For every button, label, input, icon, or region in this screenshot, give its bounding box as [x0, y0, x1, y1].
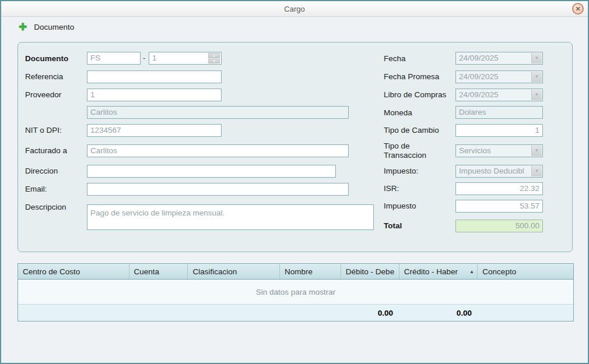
moneda-field: Dolares [455, 106, 543, 119]
impuesto-label: Impuesto [384, 202, 416, 211]
documento-separator: - [143, 54, 146, 62]
email-label: Email: [25, 185, 47, 194]
add-document-icon[interactable]: ✚ [19, 21, 27, 33]
dialog-title: Cargo [284, 5, 304, 13]
close-button[interactable]: ✕ [572, 3, 584, 15]
chevron-down-icon[interactable]: ▼ [531, 53, 542, 63]
fecha-promesa-label: Fecha Promesa [384, 72, 439, 82]
titlebar: Cargo ✕ [1, 1, 588, 17]
document-form-panel: Documento FS - 1 ▲ ▼ Referencia Proveedo… [17, 42, 573, 252]
tipo-transaccion-combobox[interactable]: Servicios ▼ [455, 144, 543, 157]
grid-header-row: Centro de Costo Cuenta Clasificacion Nom… [18, 264, 573, 280]
impuesto-field[interactable]: 53.57 [455, 200, 543, 213]
grid-empty-message: Sin datos para mostrar [18, 280, 573, 305]
spinner-down-icon[interactable]: ▼ [208, 59, 220, 64]
chevron-down-icon[interactable]: ▼ [531, 72, 542, 82]
sort-ascending-icon: ▲ [469, 269, 474, 274]
libro-compras-label: Libro de Compras [384, 90, 446, 100]
descripcion-field[interactable]: Pago de servicio de limpieza mensual. [87, 204, 374, 230]
referencia-field[interactable] [87, 70, 222, 83]
moneda-label: Moneda [384, 108, 412, 118]
close-icon: ✕ [575, 6, 580, 12]
chevron-down-icon[interactable]: ▼ [531, 146, 542, 156]
tipo-cambio-label: Tipo de Cambio [384, 126, 439, 135]
referencia-label: Referencia [25, 72, 63, 82]
descripcion-label: Descripcion [25, 203, 66, 212]
isr-label: ISR: [384, 184, 399, 193]
fecha-label: Fecha [384, 54, 406, 63]
column-header-concepto[interactable]: Concepto [478, 264, 573, 279]
column-header-nombre[interactable]: Nombre [280, 264, 341, 279]
tipo-transaccion-label: Tipo de Transaccion [384, 142, 436, 160]
fecha-promesa-combobox[interactable]: 24/09/2025 ▼ [455, 70, 543, 83]
column-header-clasificacion[interactable]: Clasificacion [188, 264, 280, 279]
credito-total: 0.00 [400, 309, 479, 317]
documento-number-spinner: ▲ ▼ [208, 53, 220, 63]
documento-prefix-field[interactable]: FS [87, 52, 141, 65]
direccion-field[interactable] [87, 165, 336, 178]
facturado-label: Facturado a [25, 146, 67, 156]
chevron-down-icon[interactable]: ▼ [531, 90, 542, 100]
cargo-dialog: Cargo ✕ ✚ Documento Documento FS - 1 ▲ ▼… [0, 0, 589, 364]
document-toolbar: ✚ Documento [1, 17, 588, 37]
libro-compras-combobox[interactable]: 24/09/2025 ▼ [455, 89, 543, 101]
tipo-cambio-field[interactable]: 1 [455, 124, 543, 137]
fecha-combobox[interactable]: 24/09/2025 ▼ [455, 52, 543, 65]
proveedor-name-field: Carlitos [87, 106, 349, 119]
column-header-credito-haber[interactable]: Crédito - Haber ▲ [399, 264, 478, 279]
proveedor-label: Proveedor [25, 90, 61, 100]
documento-number-field[interactable]: 1 ▲ ▼ [149, 52, 222, 65]
grid-footer-row: 0.00 0.00 [18, 305, 573, 321]
add-document-label: Documento [34, 23, 74, 31]
total-field: 500.00 [455, 220, 543, 232]
column-header-centro-de-costo[interactable]: Centro de Costo [18, 264, 129, 279]
documento-label: Documento [25, 54, 68, 63]
nit-field[interactable]: 1234567 [87, 124, 222, 137]
detail-grid: Centro de Costo Cuenta Clasificacion Nom… [17, 263, 574, 321]
isr-field[interactable]: 22.32 [455, 182, 543, 195]
total-label: Total [384, 221, 402, 231]
column-header-cuenta[interactable]: Cuenta [129, 264, 188, 279]
impuesto-tipo-label: Impuesto: [384, 167, 418, 176]
debito-total: 0.00 [342, 309, 400, 317]
email-field[interactable] [87, 183, 349, 196]
impuesto-tipo-combobox[interactable]: Impuesto Deducibl ▼ [455, 165, 543, 178]
chevron-down-icon[interactable]: ▼ [531, 166, 542, 176]
spinner-up-icon[interactable]: ▲ [208, 53, 220, 58]
nit-label: NIT o DPI: [25, 126, 62, 135]
facturado-field[interactable]: Carlitos [87, 144, 349, 157]
proveedor-code-field[interactable]: 1 [87, 89, 222, 101]
column-header-debito-debe[interactable]: Débito - Debe [341, 264, 399, 279]
direccion-label: Direccion [25, 167, 58, 176]
